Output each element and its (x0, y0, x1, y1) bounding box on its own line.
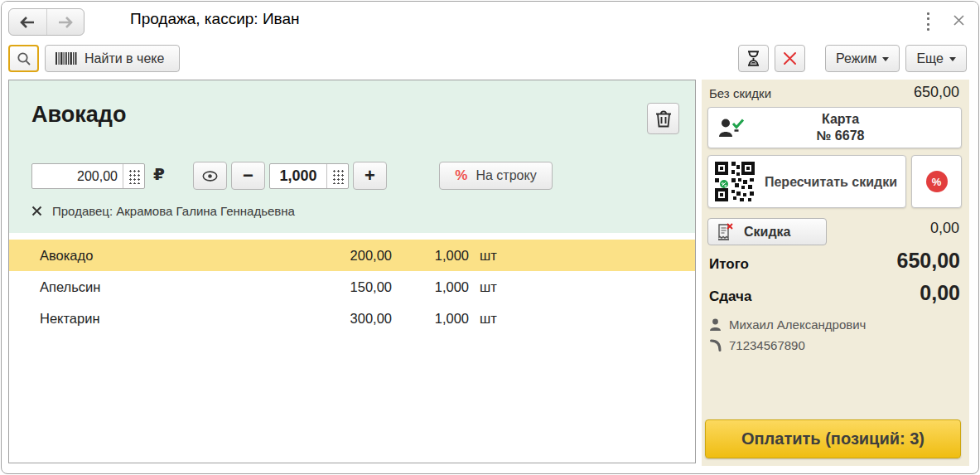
percent-icon: % (455, 167, 467, 184)
line-discount-button[interactable]: % На строку (439, 162, 553, 190)
qr-code-icon (713, 160, 756, 203)
chevron-down-icon (949, 57, 956, 61)
toolbar: Найти в чеке Режим Еще (2, 40, 978, 76)
ruble-currency-symbol: ₽ (153, 164, 165, 184)
view-item-button[interactable] (193, 162, 227, 190)
plus-icon: + (364, 165, 375, 187)
item-qty-cell: 1,000 (392, 311, 469, 327)
cancel-receipt-button[interactable] (775, 45, 805, 72)
increase-qty-button[interactable]: + (353, 162, 387, 190)
seller-row: Продавец: Акрамова Галина Геннадьевна (31, 204, 295, 218)
person-icon (709, 318, 722, 332)
customer-phone: 71234567890 (729, 338, 805, 352)
total-label: Итого (709, 256, 749, 273)
card-label: Карта (822, 112, 859, 126)
pay-button-label: Оплатить (позиций: 3) (741, 429, 924, 448)
percent-badge-icon: % (926, 171, 948, 192)
mode-dropdown[interactable]: Режим (825, 45, 900, 72)
pay-button[interactable]: Оплатить (позиций: 3) (705, 419, 961, 458)
discount-value: 0,00 (930, 220, 959, 237)
recalc-discounts-button[interactable]: Пересчитать скидки (707, 155, 906, 208)
numpad-dots-icon (128, 168, 140, 184)
hourglass-button[interactable] (738, 45, 769, 72)
trash-icon (655, 109, 672, 128)
search-button[interactable] (8, 45, 39, 72)
more-label: Еще (916, 51, 944, 66)
receipt-discount-icon (717, 222, 734, 241)
item-unit-cell: шт (469, 279, 497, 295)
mode-label: Режим (836, 51, 876, 66)
forward-button[interactable] (46, 9, 84, 35)
titlebar: Продажа, кассир: Иван (2, 2, 978, 40)
item-price-cell: 150,00 (291, 279, 392, 295)
person-check-icon (718, 117, 745, 139)
item-qty-cell: 1,000 (392, 248, 469, 264)
item-name-cell: Апельсин (9, 279, 291, 295)
item-name-cell: Авокадо (9, 248, 291, 264)
recalc-discounts-label: Пересчитать скидки (756, 173, 905, 191)
qty-input[interactable]: 1,000 (270, 164, 326, 188)
loyalty-card-button[interactable]: Карта № 6678 (707, 107, 962, 148)
item-unit-cell: шт (469, 248, 497, 264)
red-x-icon (783, 51, 797, 65)
numpad-dots-icon (331, 168, 344, 184)
loyalty-card-label: Карта № 6678 (745, 111, 936, 144)
item-name-cell: Нектарин (9, 311, 291, 327)
discount-button[interactable]: Скидка (707, 218, 827, 245)
back-button[interactable] (9, 9, 46, 35)
phone-row: 71234567890 (709, 338, 805, 352)
current-item-card: Авокадо 200,00 ₽ − 1,000 + (9, 80, 695, 233)
phone-icon (709, 339, 722, 351)
seller-label: Продавец: Акрамова Галина Геннадьевна (52, 204, 295, 218)
chevron-down-icon (882, 57, 889, 61)
card-number: № 6678 (817, 128, 865, 143)
minus-icon: − (243, 165, 253, 187)
history-nav (8, 8, 84, 36)
price-input-group: 200,00 (31, 163, 145, 189)
total-value: 650,00 (897, 249, 960, 273)
discount-label: Скидка (744, 225, 790, 240)
find-in-receipt-button[interactable]: Найти в чеке (45, 45, 180, 72)
pos-window: Продажа, кассир: Иван Найти в чеке (1, 1, 979, 474)
customer-name: Михаил Александрович (729, 317, 866, 332)
price-input[interactable]: 200,00 (32, 164, 123, 188)
search-icon (17, 51, 31, 66)
receipt-panel: Авокадо 200,00 ₽ − 1,000 + (8, 80, 696, 463)
item-unit-cell: шт (469, 311, 497, 327)
table-row[interactable]: Авокадо 200,00 1,000 шт (9, 240, 695, 271)
line-discount-label: На строку (476, 168, 536, 183)
manual-discount-button[interactable]: % (911, 155, 962, 208)
table-row[interactable]: Нектарин 300,00 1,000 шт (9, 303, 695, 334)
summary-panel: Без скидки 650,00 Карта № 6678 (702, 80, 969, 466)
close-icon[interactable] (949, 10, 968, 30)
change-label: Сдача (709, 288, 751, 305)
barcode-icon (56, 52, 77, 65)
numpad-button[interactable] (123, 164, 144, 188)
delete-line-button[interactable] (647, 103, 679, 134)
no-discount-value: 650,00 (914, 84, 959, 101)
page-title: Продажа, кассир: Иван (130, 10, 300, 28)
remove-seller-icon[interactable] (31, 206, 42, 216)
arrow-right-icon (58, 17, 73, 28)
qty-input-group: 1,000 (269, 163, 349, 189)
eye-icon (202, 171, 218, 182)
item-price-cell: 200,00 (291, 248, 392, 264)
kebab-menu-icon[interactable] (922, 12, 934, 31)
item-name: Авокадо (31, 102, 126, 128)
no-discount-label: Без скидки (709, 86, 771, 100)
customer-row: Михаил Александрович (709, 317, 866, 332)
find-in-receipt-label: Найти в чеке (84, 51, 164, 66)
change-value: 0,00 (920, 281, 960, 305)
hourglass-icon (746, 51, 760, 66)
table-row[interactable]: Апельсин 150,00 1,000 шт (9, 271, 695, 303)
more-dropdown[interactable]: Еще (905, 45, 967, 72)
arrow-left-icon (20, 17, 35, 28)
item-price-cell: 300,00 (291, 311, 392, 327)
receipt-items-list: Авокадо 200,00 1,000 шт Апельсин 150,00 … (9, 233, 695, 334)
decrease-qty-button[interactable]: − (231, 162, 265, 190)
numpad-button[interactable] (326, 164, 348, 188)
item-qty-cell: 1,000 (392, 279, 469, 295)
